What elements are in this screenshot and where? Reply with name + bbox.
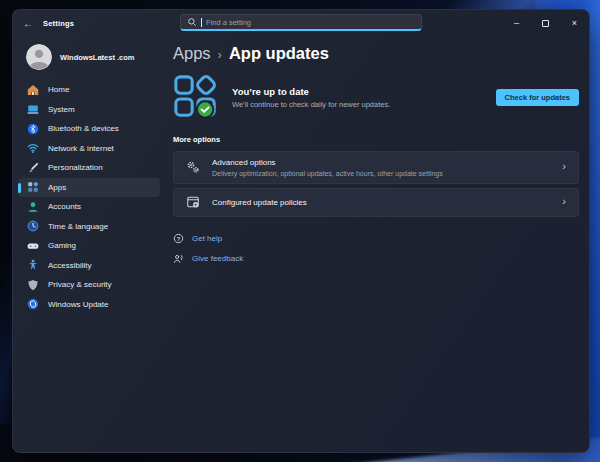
sidebar-item-label: System [48,105,75,114]
link-label: Get help [192,234,222,243]
breadcrumb-separator-icon: › [218,46,222,62]
update-status-title: You’re up to date [232,86,390,97]
sidebar-item-label: Time & language [48,222,108,231]
feedback-icon [173,253,184,264]
sidebar: WindowsLatest .com Home [13,36,165,452]
paintbrush-icon [27,162,39,174]
maximize-button[interactable] [531,10,560,36]
sidebar-item-bluetooth-devices[interactable]: Bluetooth & devices [18,119,160,139]
search-input[interactable] [206,18,415,27]
sidebar-nav: Home System [13,78,165,316]
gears-icon [186,160,200,174]
give-feedback-link[interactable]: Give feedback [173,253,579,264]
sidebar-item-personalization[interactable]: Personalization [18,158,160,178]
get-help-link[interactable]: ? Get help [173,233,579,244]
apps-icon [27,181,39,193]
update-status-banner: You’re up to date We’ll continue to chec… [173,74,579,120]
sidebar-item-windows-update[interactable]: Windows Update [18,295,160,315]
back-button[interactable]: ← [13,10,43,36]
shield-icon [27,279,39,291]
sidebar-item-gaming[interactable]: Gaming [18,236,160,256]
row-title: Configured update policies [212,198,307,207]
sidebar-item-time-language[interactable]: Time & language [18,217,160,237]
page-title: App updates [229,44,329,63]
text-caret [201,18,202,27]
sidebar-item-system[interactable]: System [18,100,160,120]
sidebar-item-home[interactable]: Home [18,80,160,100]
sidebar-item-apps[interactable]: Apps [18,178,160,198]
sidebar-item-privacy-security[interactable]: Privacy & security [18,275,160,295]
update-arrows-icon [27,298,39,310]
sidebar-item-label: Apps [48,183,66,192]
game-controller-icon [27,240,39,252]
search-box[interactable] [180,14,422,31]
update-status-subtitle: We’ll continue to check daily for newer … [232,100,390,109]
sidebar-item-label: Network & internet [48,144,114,153]
person-icon [27,201,39,213]
configured-update-policies-row[interactable]: Configured update policies › [173,188,579,217]
search-icon [187,17,197,27]
sidebar-item-label: Windows Update [48,300,108,309]
sidebar-item-network-internet[interactable]: Network & internet [18,139,160,159]
sidebar-item-label: Home [48,85,69,94]
sidebar-item-accounts[interactable]: Accounts [18,197,160,217]
titlebar: ← Settings – × [13,10,589,36]
breadcrumb-apps[interactable]: Apps [173,44,211,63]
apps-update-status-icon [173,74,219,120]
avatar [26,44,52,70]
settings-window: ← Settings – × [12,9,590,453]
row-title: Advanced options [212,158,443,167]
chevron-right-icon: › [562,196,566,209]
sidebar-item-label: Accessibility [48,261,92,270]
policy-document-icon [186,195,200,209]
check-for-updates-button[interactable]: Check for updates [496,89,579,106]
accessibility-icon [27,259,39,271]
window-controls: – × [502,10,589,36]
svg-text:?: ? [177,235,181,241]
sidebar-item-label: Gaming [48,241,76,250]
help-links: ? Get help Give feedback [173,233,579,264]
more-options-heading: More options [173,135,579,144]
sidebar-item-accessibility[interactable]: Accessibility [18,256,160,276]
main-content: Apps › App updates [165,36,589,452]
help-icon: ? [173,233,184,244]
sidebar-item-label: Personalization [48,163,103,172]
maximize-icon [542,20,549,27]
advanced-options-row[interactable]: Advanced options Delivery optimization, … [173,151,579,184]
link-label: Give feedback [192,254,243,263]
home-icon [27,84,39,96]
clock-icon [27,220,39,232]
breadcrumb: Apps › App updates [173,44,579,63]
wifi-icon [27,142,39,154]
bluetooth-icon [27,123,39,135]
user-profile[interactable]: WindowsLatest .com [13,40,165,78]
row-subtitle: Delivery optimization, optional updates,… [212,170,443,177]
user-name: WindowsLatest .com [60,53,135,62]
sidebar-item-label: Privacy & security [48,280,112,289]
minimize-button[interactable]: – [502,10,531,36]
close-button[interactable]: × [560,10,589,36]
window-title: Settings [43,19,74,28]
system-icon [27,103,39,115]
sidebar-item-label: Accounts [48,202,81,211]
sidebar-item-label: Bluetooth & devices [48,124,119,133]
chevron-right-icon: › [562,161,566,174]
